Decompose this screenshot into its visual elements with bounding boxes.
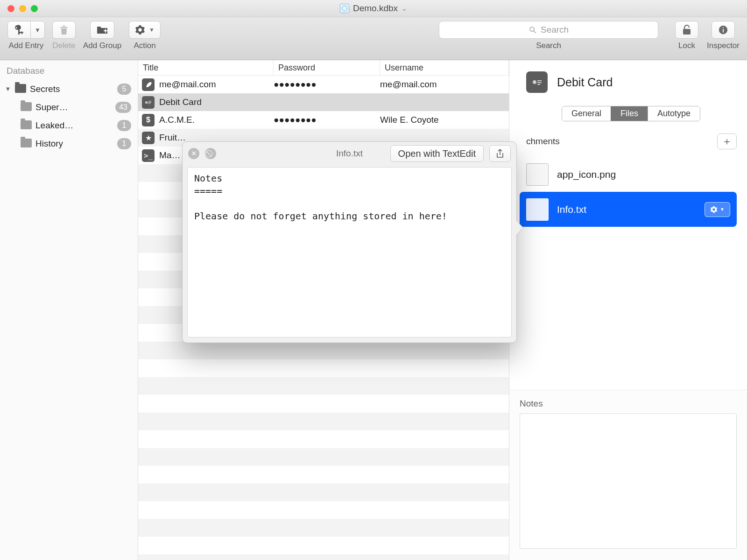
svg-line-3 <box>534 31 536 33</box>
search-input[interactable]: Search <box>439 21 658 39</box>
trash-icon <box>59 24 69 35</box>
forbidden-button[interactable]: ⃠ <box>205 148 216 159</box>
window-title: Demo.kdbx <box>353 3 398 14</box>
tab-general[interactable]: General <box>562 106 611 121</box>
table-row-empty <box>138 554 509 560</box>
tab-files[interactable]: Files <box>611 106 648 121</box>
entry-username: Wile E. Coyote <box>380 115 509 125</box>
share-button[interactable] <box>489 145 511 162</box>
chevron-down-icon: ▼ <box>35 27 41 34</box>
info-icon <box>718 25 728 35</box>
attachments-heading: chments <box>526 136 560 147</box>
svg-rect-7 <box>723 28 724 28</box>
delete-button[interactable] <box>52 21 76 39</box>
popover-text-content: Notes ===== Please do not forget anythin… <box>187 167 512 337</box>
table-row[interactable]: $A.C.M.E.●●●●●●●●Wile E. Coyote <box>138 111 509 129</box>
table-row-empty <box>138 377 509 395</box>
share-icon <box>496 149 504 158</box>
notes-heading: Notes <box>520 399 737 409</box>
table-row[interactable]: Debit Card <box>138 93 509 111</box>
card-icon <box>526 71 548 93</box>
folder-plus-icon <box>96 25 108 35</box>
table-row-empty <box>138 359 509 377</box>
attachment-name: app_icon.png <box>557 169 616 180</box>
disclosure-triangle-icon[interactable]: ▼ <box>5 85 11 92</box>
add-entry-menu-button[interactable]: ▼ <box>30 21 45 39</box>
sidebar-item-label: Secrets <box>30 84 60 94</box>
close-popover-button[interactable]: ✕ <box>188 148 199 159</box>
add-attachment-button[interactable]: ＋ <box>717 133 737 149</box>
table-row-empty <box>138 537 509 554</box>
close-icon: ✕ <box>191 149 197 158</box>
chevron-down-icon: ▼ <box>149 27 155 33</box>
tab-autotype[interactable]: Autotype <box>648 106 700 121</box>
add-entry-button[interactable] <box>7 21 31 39</box>
attachment-name: Info.txt <box>557 204 586 215</box>
svg-point-9 <box>145 101 148 103</box>
folder-icon <box>21 120 32 129</box>
table-row-empty <box>138 519 509 537</box>
entry-icon: >_ <box>142 149 155 162</box>
sidebar-item-label: Super… <box>35 102 68 112</box>
notes-textarea[interactable] <box>520 413 737 549</box>
search-icon <box>529 26 537 34</box>
svg-rect-10 <box>148 101 152 101</box>
sidebar-item-super[interactable]: Super… 43 <box>0 98 138 116</box>
entry-icon <box>142 96 155 109</box>
gear-icon <box>710 206 718 213</box>
table-row-empty <box>138 501 509 519</box>
toolbar-label-inspector: Inspector <box>707 41 740 50</box>
table-row-empty <box>138 430 509 448</box>
column-header-title[interactable]: Title <box>138 60 274 75</box>
gear-icon <box>135 25 145 35</box>
table-row-empty <box>138 483 509 501</box>
lock-open-icon <box>682 25 691 35</box>
window-titlebar: Demo.kdbx ⌄ <box>0 0 747 17</box>
entry-title: Debit Card <box>159 97 202 107</box>
entry-title: Fruit… <box>159 133 186 143</box>
plus-icon: ＋ <box>722 134 732 148</box>
svg-point-2 <box>530 27 534 31</box>
entry-password: ●●●●●●●● <box>274 115 380 125</box>
key-plus-icon <box>14 24 25 35</box>
table-row-empty <box>138 448 509 466</box>
toolbar: ▼ Add Entry Delete Add Group ▼ Action <box>0 17 747 60</box>
svg-rect-15 <box>537 80 542 81</box>
inspector-button[interactable] <box>712 21 735 39</box>
svg-rect-1 <box>105 29 106 33</box>
column-header-username[interactable]: Username <box>380 60 509 75</box>
attachment-actions-button[interactable]: ▼ <box>705 202 730 217</box>
attachment-row[interactable]: app_icon.png <box>520 157 737 192</box>
chevron-down-icon[interactable]: ⌄ <box>402 5 407 12</box>
toolbar-label-add-entry: Add Entry <box>9 41 44 50</box>
sidebar-item-history[interactable]: History 1 <box>0 134 138 153</box>
table-row-empty <box>138 413 509 430</box>
inspector-title: Debit Card <box>557 76 613 89</box>
entry-title: A.C.M.E. <box>159 115 195 125</box>
entry-username: me@mail.com <box>380 79 509 90</box>
lock-button[interactable] <box>675 21 698 39</box>
sidebar-item-secrets[interactable]: ▼ Secrets 5 <box>0 80 138 98</box>
entry-title: me@mail.com <box>159 79 216 90</box>
toolbar-label-search: Search <box>536 41 561 50</box>
folder-icon <box>15 84 26 93</box>
sidebar-item-leaked[interactable]: Leaked… 1 <box>0 116 138 134</box>
toolbar-label-lock: Lock <box>678 41 695 50</box>
count-badge: 43 <box>115 102 131 113</box>
table-row[interactable]: me@mail.com●●●●●●●●me@mail.com <box>138 76 509 93</box>
svg-rect-16 <box>537 82 542 83</box>
quicklook-popover: ✕ ⃠ Info.txt Open with TextEdit Notes ==… <box>182 141 517 343</box>
svg-rect-6 <box>723 29 724 32</box>
attachment-row[interactable]: Info.txt▼ <box>520 192 737 227</box>
table-row-empty <box>138 466 509 483</box>
action-button[interactable]: ▼ <box>129 21 161 39</box>
svg-rect-11 <box>148 102 152 102</box>
open-with-button[interactable]: Open with TextEdit <box>390 145 484 162</box>
document-icon <box>340 4 349 13</box>
inspector-tabs: General Files Autotype <box>562 106 700 121</box>
entry-password: ●●●●●●●● <box>274 79 380 90</box>
toolbar-label-action: Action <box>134 41 155 50</box>
add-group-button[interactable] <box>90 21 114 39</box>
table-row-empty <box>138 395 509 413</box>
column-header-password[interactable]: Password <box>274 60 380 75</box>
